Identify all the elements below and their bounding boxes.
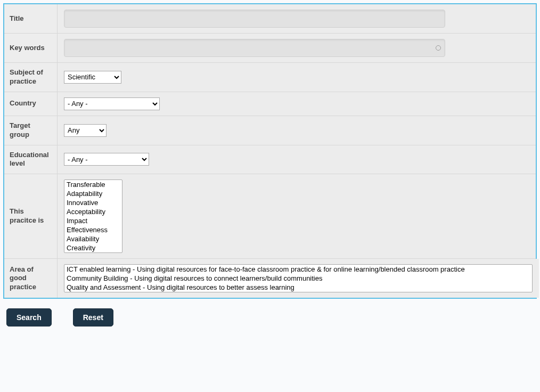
row-subject: Subject of practice Scientific bbox=[4, 63, 536, 92]
subject-select[interactable]: Scientific bbox=[64, 71, 121, 84]
row-target-group: Target group Any bbox=[4, 116, 536, 145]
row-practice-is: This pracitce is TransferableAdaptabilit… bbox=[4, 174, 536, 259]
label-keywords: Key words bbox=[4, 34, 58, 62]
label-edu-level: Educational level bbox=[4, 145, 58, 174]
label-practice-is: This pracitce is bbox=[4, 174, 58, 258]
label-target-group: Target group bbox=[4, 116, 58, 145]
row-area: Area of good practice ICT enabled learni… bbox=[4, 259, 536, 298]
reset-button[interactable]: Reset bbox=[73, 308, 113, 326]
target-group-select[interactable]: Any bbox=[64, 124, 107, 137]
row-keywords: Key words bbox=[4, 34, 536, 63]
search-form-panel: Title Key words Subject of practice Scie… bbox=[3, 3, 537, 299]
search-button[interactable]: Search bbox=[6, 308, 52, 326]
row-country: Country - Any - bbox=[4, 92, 536, 116]
label-title: Title bbox=[4, 4, 58, 33]
row-title: Title bbox=[4, 4, 536, 34]
keywords-input[interactable] bbox=[64, 39, 445, 57]
country-select[interactable]: - Any - bbox=[64, 97, 160, 110]
label-subject: Subject of practice bbox=[4, 63, 58, 92]
label-country: Country bbox=[4, 92, 58, 116]
row-edu-level: Educational level - Any - bbox=[4, 145, 536, 175]
area-multiselect[interactable]: ICT enabled learning - Using digital res… bbox=[64, 264, 533, 292]
title-input[interactable] bbox=[64, 10, 445, 28]
label-area: Area of good practice bbox=[4, 259, 58, 298]
edu-level-select[interactable]: - Any - bbox=[64, 153, 149, 166]
practice-is-multiselect[interactable]: TransferableAdaptabilityInnovativeAccept… bbox=[64, 179, 122, 253]
button-row: Search Reset bbox=[3, 299, 537, 326]
